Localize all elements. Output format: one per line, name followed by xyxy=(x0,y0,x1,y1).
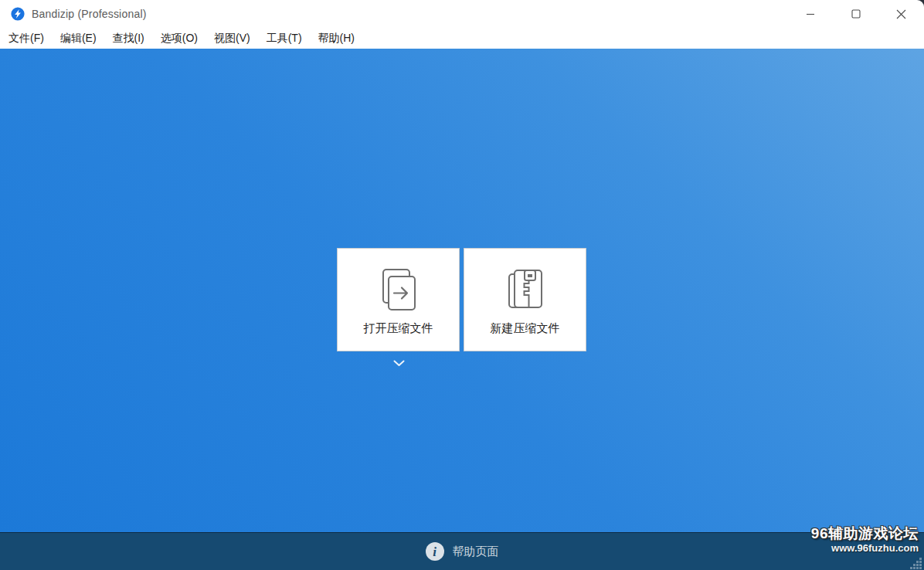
close-icon xyxy=(896,9,906,19)
bandizip-window: Bandizip (Professional) 文件(F) 编辑(E) 查找( xyxy=(0,0,924,570)
new-archive-icon xyxy=(504,266,546,313)
menu-options[interactable]: 选项(O) xyxy=(160,30,199,47)
open-archive-card[interactable]: 打开压缩文件 xyxy=(337,248,460,351)
maximize-button[interactable] xyxy=(833,0,878,28)
help-page-label: 帮助页面 xyxy=(453,545,499,559)
menu-help[interactable]: 帮助(H) xyxy=(318,30,355,47)
open-archive-icon xyxy=(378,266,420,313)
close-button[interactable] xyxy=(878,0,924,28)
bandizip-bolt-logo-icon xyxy=(11,7,25,21)
quick-action-cards: 打开压缩文件 新建压缩文件 xyxy=(337,248,586,351)
menu-edit[interactable]: 编辑(E) xyxy=(59,30,97,47)
watermark-forum-name: 96辅助游戏论坛 xyxy=(811,526,919,541)
new-archive-card[interactable]: 新建压缩文件 xyxy=(464,248,586,351)
title-bar: Bandizip (Professional) xyxy=(0,0,924,28)
minimize-icon xyxy=(806,9,815,19)
new-archive-label: 新建压缩文件 xyxy=(491,321,560,336)
window-controls xyxy=(787,0,924,28)
recent-files-expander[interactable] xyxy=(389,357,409,369)
menu-find[interactable]: 查找(I) xyxy=(112,30,145,47)
main-drop-area: 打开压缩文件 新建压缩文件 xyxy=(0,49,924,532)
menu-tools[interactable]: 工具(T) xyxy=(266,30,303,47)
stairs-pattern-icon xyxy=(905,558,922,569)
watermark: 96辅助游戏论坛 www.96fuzhu.com xyxy=(811,526,919,554)
status-bar: i 帮助页面 xyxy=(0,532,924,570)
help-page-link[interactable]: i 帮助页面 xyxy=(426,542,499,561)
open-archive-label: 打开压缩文件 xyxy=(364,321,433,336)
menu-file[interactable]: 文件(F) xyxy=(8,30,45,47)
chevron-down-icon xyxy=(393,360,405,367)
watermark-url: www.96fuzhu.com xyxy=(811,543,919,554)
minimize-button[interactable] xyxy=(787,0,833,28)
maximize-icon xyxy=(851,9,861,19)
menu-bar: 文件(F) 编辑(E) 查找(I) 选项(O) 视图(V) 工具(T) 帮助(H… xyxy=(0,28,924,49)
window-title: Bandizip (Professional) xyxy=(32,8,147,20)
menu-view[interactable]: 视图(V) xyxy=(213,30,251,47)
info-icon: i xyxy=(426,542,444,561)
